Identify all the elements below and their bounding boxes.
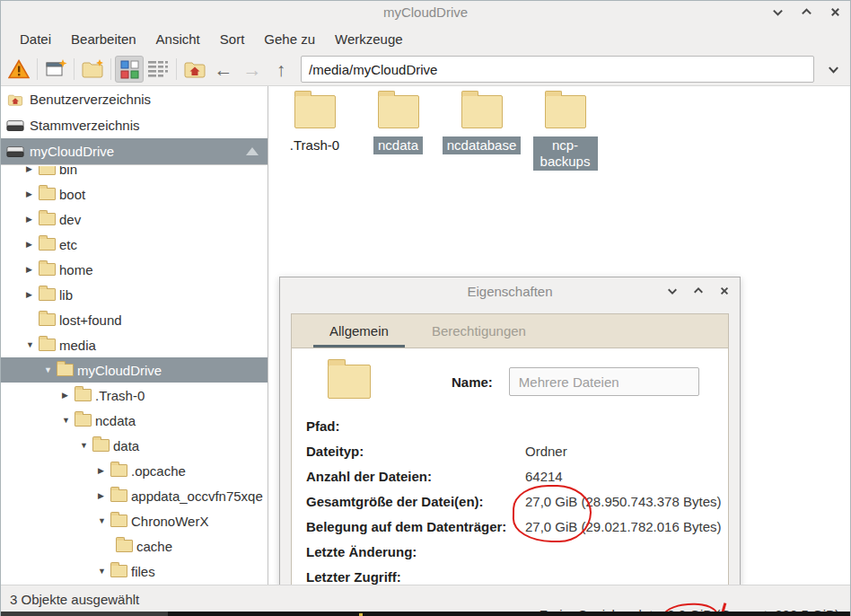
selection-status: 3 Objekte ausgewählt (10, 592, 139, 607)
menu-bearbeiten[interactable]: Bearbeiten (61, 28, 146, 50)
expander-icon[interactable]: ▼ (80, 441, 92, 450)
tree-item-lib[interactable]: ▶lib (1, 282, 268, 307)
name-label: Name: (452, 374, 493, 390)
tree-item-media[interactable]: ▼media (1, 332, 268, 357)
minimize-icon[interactable] (666, 285, 679, 297)
place-label: myCloudDrive (30, 144, 114, 159)
property-label: Pfad: (306, 418, 511, 434)
folder-icon (116, 540, 133, 552)
close-icon[interactable] (718, 285, 731, 297)
property-row: Anzahl der Dateien:64214 (306, 463, 714, 488)
minimize-icon[interactable] (771, 5, 784, 18)
drive-icon (6, 118, 24, 134)
close-icon[interactable] (829, 5, 841, 18)
up-icon[interactable]: ↑ (267, 56, 295, 83)
tree-label: myCloudDrive (77, 363, 162, 378)
folder-icon (75, 414, 92, 427)
menu-werkzeuge[interactable]: Werkzeuge (325, 28, 413, 50)
list-view-toggle[interactable] (144, 56, 172, 83)
tree-item-files[interactable]: ▼files (1, 559, 268, 584)
property-row: Pfad: (306, 413, 714, 438)
file-ncdatabase[interactable]: ncdatabase (440, 95, 523, 171)
tree-item-cache[interactable]: cache (1, 533, 268, 559)
expander-icon[interactable]: ▼ (26, 340, 39, 349)
tree-label: media (59, 338, 96, 353)
new-window-icon[interactable] (41, 56, 70, 83)
menu-ansicht[interactable]: Ansicht (146, 28, 210, 50)
home-icon[interactable] (180, 56, 209, 83)
tab-berechtigungen[interactable]: Berechtigungen (410, 314, 548, 348)
tree-item-appdata[interactable]: ▶appdata_occvfn75xqe (1, 483, 268, 508)
place-myclouddrive[interactable]: myCloudDrive (1, 138, 268, 164)
folder-icon (110, 464, 127, 477)
back-icon[interactable]: ← (209, 56, 238, 83)
expander-icon[interactable]: ▶ (62, 391, 75, 400)
properties-dialog: Eigenschaften Allgemein Berechtigungen N… (279, 277, 741, 616)
folder-icon (294, 95, 336, 128)
tree-item-lost-found[interactable]: lost+found (1, 307, 268, 332)
tree-label: ChronoWerX (131, 514, 208, 529)
path-input[interactable] (301, 56, 814, 83)
expander-icon[interactable]: ▼ (98, 516, 110, 525)
maximize-icon[interactable] (692, 285, 705, 297)
tree-item-boot[interactable]: ▶boot (1, 181, 268, 207)
tree-item-dev[interactable]: ▶dev (1, 207, 268, 232)
expander-icon[interactable]: ▼ (44, 365, 57, 374)
folder-icon (110, 489, 127, 502)
maximize-icon[interactable] (800, 5, 812, 18)
menu-sort[interactable]: Sort (210, 28, 255, 50)
tree-label: .opcache (131, 463, 186, 479)
places-list: Benutzerverzeichnis Stammverzeichnis myC… (1, 86, 268, 164)
folder-icon (39, 339, 56, 351)
name-input[interactable] (509, 367, 699, 396)
file-trash-0[interactable]: .Trash-0 (273, 95, 356, 171)
property-label: Gesamtgröße der Datei(en): (306, 494, 511, 509)
expander-icon[interactable]: ▶ (26, 189, 39, 198)
folder-icon (461, 95, 503, 128)
tree-item-myclouddrive[interactable]: ▼myCloudDrive (1, 357, 268, 383)
icon-view-toggle[interactable] (115, 56, 144, 83)
menu-gehe-zu[interactable]: Gehe zu (254, 28, 325, 50)
tree-item-data[interactable]: ▼data (1, 433, 268, 458)
path-bar (301, 56, 814, 83)
file-ncdata[interactable]: ncdata (356, 95, 440, 171)
eject-icon[interactable] (246, 147, 259, 155)
expander-icon[interactable]: ▶ (26, 290, 39, 299)
warning-icon[interactable] (4, 56, 33, 83)
toolbar-separator (110, 58, 111, 80)
file-label: ncdata (373, 136, 423, 154)
tree-item-trash-0[interactable]: ▶.Trash-0 (1, 383, 268, 408)
expander-icon[interactable]: ▶ (26, 265, 39, 274)
expander-icon[interactable]: ▶ (98, 491, 110, 500)
place-root[interactable]: Stammverzeichnis (1, 112, 268, 138)
toolbar-separator (176, 58, 177, 80)
tree-item-home[interactable]: ▶home (1, 257, 268, 282)
property-value: 27,0 GiB (29.021.782.016 Bytes) (525, 519, 721, 534)
toolbar-separator (74, 58, 75, 80)
expander-icon[interactable]: ▼ (62, 416, 75, 425)
new-tab-folder-icon[interactable] (78, 56, 107, 83)
forward-icon[interactable]: → (238, 56, 267, 83)
tree-item-chronowerx[interactable]: ▼ChronoWerX (1, 508, 268, 533)
tree-item-etc[interactable]: ▶etc (1, 232, 268, 257)
tree-label: boot (59, 187, 85, 202)
dialog-notebook: Allgemein Berechtigungen Name: Pfad: Dat… (291, 313, 729, 604)
folder-icon (110, 515, 127, 527)
tree-item-bin[interactable]: ▶bin (1, 166, 268, 181)
path-dropdown-icon[interactable] (816, 56, 850, 83)
property-value: 27,0 GiB (28.950.743.378 Bytes) (525, 494, 721, 509)
tree-item-ncdata[interactable]: ▼ncdata (1, 408, 268, 433)
place-home[interactable]: Benutzerverzeichnis (1, 86, 268, 112)
expander-icon[interactable]: ▶ (26, 240, 39, 249)
file-ncp-backups[interactable]: ncp-backups (523, 95, 607, 171)
menu-datei[interactable]: Datei (10, 28, 61, 50)
property-value: 64214 (525, 469, 563, 484)
folder-icon (378, 95, 419, 128)
expander-icon[interactable]: ▼ (98, 567, 110, 576)
expander-icon[interactable]: ▶ (98, 466, 110, 475)
tab-allgemein[interactable]: Allgemein (308, 314, 410, 348)
property-label: Letzter Zugriff: (306, 569, 511, 585)
expander-icon[interactable]: ▶ (26, 215, 39, 224)
expander-icon[interactable]: ▶ (26, 166, 39, 173)
tree-item-opcache[interactable]: ▶.opcache (1, 458, 268, 483)
